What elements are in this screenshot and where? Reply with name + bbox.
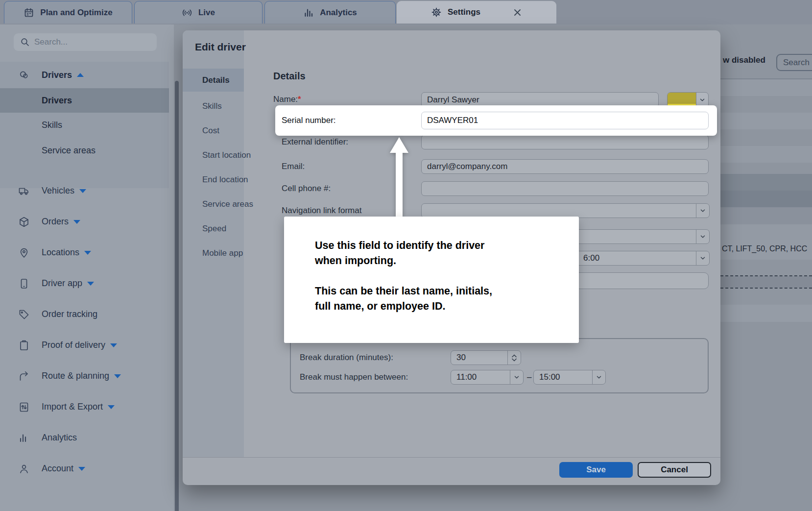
sidebar: Drivers Drivers Skills Service areas Veh…	[0, 24, 174, 511]
table-row-selected	[720, 174, 812, 191]
external-identifier-label: External identifier:	[282, 137, 348, 147]
break-start-time-select[interactable]: 11:00	[451, 370, 524, 385]
stepper-arrows[interactable]	[507, 351, 521, 365]
chevron-down-triangle-icon	[73, 220, 80, 224]
modal-tab-service-areas[interactable]: Service areas	[183, 192, 244, 217]
chevron-down-triangle-icon	[108, 405, 115, 409]
sidebar-item-label: Driver app	[42, 278, 82, 289]
sidebar-item-drivers[interactable]: Drivers	[0, 88, 169, 113]
email-value: darryl@company.com	[427, 162, 507, 171]
break-end-time-select[interactable]: 15:00	[533, 370, 606, 385]
import-export-icon	[18, 401, 30, 413]
chevron-down-icon	[696, 204, 709, 218]
table-row-selected	[720, 191, 812, 207]
sidebar-item-account[interactable]: Account	[0, 453, 169, 484]
chevron-down-icon	[696, 251, 709, 265]
map-pin-icon	[18, 247, 30, 259]
clipboard-icon	[18, 340, 30, 351]
cancel-button[interactable]: Cancel	[638, 462, 711, 478]
modal-tab-cost[interactable]: Cost	[183, 119, 244, 143]
break-start-value: 11:00	[456, 372, 477, 382]
modal-tab-label: Speed	[202, 224, 226, 234]
sidebar-item-orders[interactable]: Orders	[0, 206, 169, 237]
navigation-link-format-select[interactable]	[421, 203, 710, 218]
sidebar-item-locations[interactable]: Locations	[0, 237, 169, 268]
chevron-down-triangle-icon	[87, 282, 94, 286]
break-duration-stepper[interactable]: 30	[451, 350, 521, 365]
modal-tab-end-location[interactable]: End location	[183, 168, 244, 192]
tab-label: Settings	[448, 7, 480, 17]
modal-tab-label: Service areas	[202, 199, 253, 209]
chevron-down-icon	[696, 230, 709, 243]
modal-tab-details[interactable]: Details	[183, 69, 244, 92]
serial-number-input[interactable]: DSAWYER01	[421, 112, 709, 129]
modal-tab-skills[interactable]: Skills	[183, 94, 244, 119]
cell-phone-input[interactable]	[421, 181, 709, 196]
bar-chart-icon	[303, 7, 314, 18]
table-row	[720, 113, 812, 129]
name-value: Darryl Sawyer	[427, 95, 479, 105]
tooltip-paragraph-1: Use this field to identify the driver wh…	[315, 238, 564, 268]
email-label: Email:	[282, 162, 305, 171]
tab-label: Plan and Optimize	[40, 8, 112, 18]
sidebar-item-import-export[interactable]: Import & Export	[0, 391, 169, 422]
sidebar-item-proof-of-delivery[interactable]: Proof of delivery	[0, 330, 169, 361]
sidebar-item-label: Import & Export	[42, 402, 103, 412]
sidebar-item-label: Account	[42, 463, 73, 474]
sidebar-item-service-areas[interactable]: Service areas	[0, 138, 169, 163]
table-row: CT, LIFT_50, CPR, HCC	[720, 240, 812, 260]
tab-live[interactable]: Live	[134, 1, 263, 24]
save-button[interactable]: Save	[559, 462, 633, 478]
sidebar-search	[14, 33, 157, 51]
time-select-value: 6:00	[583, 253, 599, 263]
search-by-button[interactable]: Search by	[776, 54, 812, 71]
sidebar-item-route-planning[interactable]: Route & planning	[0, 361, 169, 391]
required-marker: *	[298, 95, 301, 104]
modal-tab-speed[interactable]: Speed	[183, 217, 244, 241]
table-row-selected	[720, 276, 812, 288]
table-row	[720, 224, 812, 240]
chevron-down-triangle-icon	[79, 189, 86, 193]
sidebar-item-driver-app[interactable]: Driver app	[0, 268, 169, 299]
tab-settings[interactable]: Settings	[397, 1, 556, 24]
sidebar-item-vehicles[interactable]: Vehicles	[0, 175, 169, 206]
break-duration-label: Break duration (minutes):	[300, 353, 393, 363]
chevron-down-triangle-icon	[110, 343, 117, 347]
tab-plan-and-optimize[interactable]: Plan and Optimize	[4, 1, 132, 24]
bar-chart-icon	[18, 432, 30, 444]
modal-tab-mobile-app[interactable]: Mobile app	[183, 241, 244, 266]
sidebar-item-skills[interactable]: Skills	[0, 113, 169, 137]
modal-tab-label: Start location	[202, 150, 251, 160]
sidebar-item-label: Route & planning	[42, 371, 109, 381]
sidebar-item-drivers-header[interactable]: Drivers	[0, 62, 169, 88]
chevron-down-icon	[592, 370, 605, 384]
external-identifier-input[interactable]	[421, 135, 709, 149]
modal-tab-label: Details	[202, 75, 230, 85]
table-row	[720, 207, 812, 224]
cancel-button-label: Cancel	[661, 465, 688, 475]
email-field[interactable]: darryl@company.com	[421, 159, 709, 174]
modal-tab-start-location[interactable]: Start location	[183, 143, 244, 168]
search-input[interactable]	[14, 33, 157, 51]
table-row	[720, 305, 812, 322]
chevron-down-icon	[696, 93, 708, 107]
sidebar-item-analytics[interactable]: Analytics	[0, 422, 169, 453]
sidebar-item-label: Drivers	[42, 70, 72, 80]
tab-analytics[interactable]: Analytics	[264, 1, 396, 24]
vertical-scrollbar[interactable]	[175, 81, 179, 511]
tooltip-paragraph-2: This can be their last name, initials, f…	[315, 284, 564, 314]
name-label: Name:*	[273, 95, 301, 104]
close-icon[interactable]	[513, 8, 522, 19]
skills-cell-text: CT, LIFT_50, CPR, HCC	[722, 244, 807, 253]
sidebar-item-label: Analytics	[42, 433, 77, 443]
onboarding-tooltip: Use this field to identify the driver wh…	[284, 217, 579, 343]
sidebar-item-order-tracking[interactable]: Order tracking	[0, 299, 169, 330]
break-end-value: 15:00	[539, 372, 560, 382]
chevron-down-triangle-icon	[78, 467, 85, 471]
modal-tab-label: Mobile app	[202, 248, 243, 258]
top-tab-bar: Plan and Optimize Live Analytics Setting…	[0, 0, 812, 24]
background-settings-page: w disabled Search by CT, LIFT_50, CPR, H…	[720, 24, 812, 511]
table-row	[720, 146, 812, 163]
break-duration-value: 30	[456, 353, 466, 363]
route-arrow-icon	[18, 370, 30, 382]
